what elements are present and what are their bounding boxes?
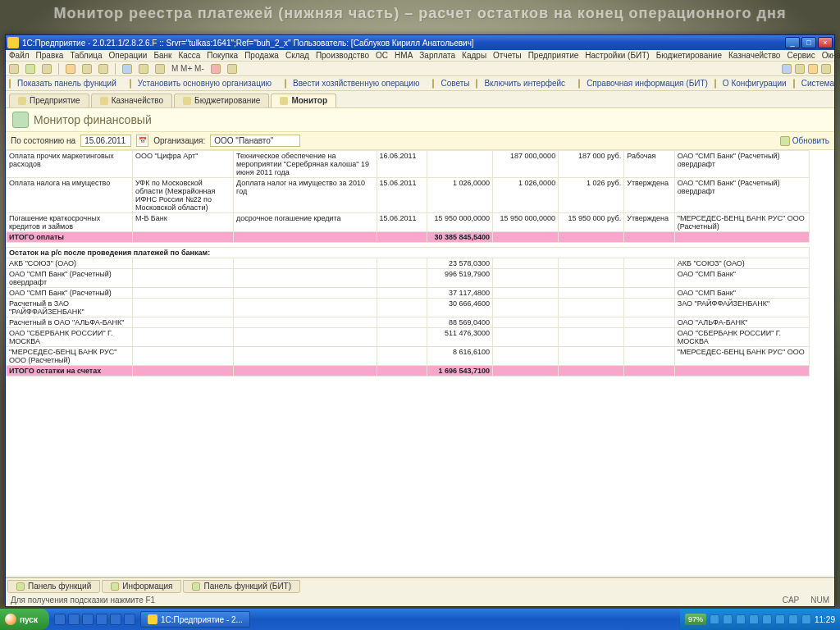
menu-item[interactable]: Производство bbox=[316, 51, 369, 60]
menu-item[interactable]: Зарплата bbox=[419, 51, 455, 60]
aboutcfg-icon[interactable] bbox=[714, 79, 716, 89]
find-icon[interactable] bbox=[122, 64, 132, 74]
menu-item[interactable]: Предприятие bbox=[528, 51, 579, 60]
calendar-button[interactable]: 📅 bbox=[136, 135, 148, 147]
tab-казначейство[interactable]: Казначейство bbox=[91, 94, 172, 107]
enter-op-button[interactable]: Ввести хозяйственную операцию bbox=[293, 79, 419, 88]
table-row[interactable]: ИТОГО остатки на счетах1 696 543,7100 bbox=[7, 366, 810, 377]
tips-icon[interactable] bbox=[432, 79, 434, 89]
menu-item[interactable]: Правка bbox=[36, 51, 64, 60]
paste-icon[interactable] bbox=[98, 64, 108, 74]
right-icon-3[interactable] bbox=[808, 64, 818, 74]
table-row[interactable]: ОАО "СМП Банк" (Расчетный) овердрафт996 … bbox=[7, 269, 810, 288]
grid[interactable]: Оплата прочих маркетинговых расходовООО … bbox=[6, 150, 834, 578]
status-tab[interactable]: Панель функций (БИТ) bbox=[183, 580, 300, 593]
menu-item[interactable]: Сервис bbox=[787, 51, 815, 60]
menu-item[interactable]: Продажа bbox=[244, 51, 279, 60]
menu-item[interactable]: Настройки (БИТ) bbox=[585, 51, 649, 60]
ql-icon[interactable] bbox=[96, 614, 107, 625]
org-icon[interactable] bbox=[130, 79, 131, 89]
ref-info-button[interactable]: Справочная информация (БИТ) bbox=[587, 79, 708, 88]
ql-icon[interactable] bbox=[54, 614, 66, 625]
table-row[interactable]: "МЕРСЕДЕС-БЕНЦ БАНК РУС" ООО (Расчетный)… bbox=[7, 347, 810, 366]
tray-icon[interactable] bbox=[775, 614, 785, 624]
tray-icon[interactable] bbox=[749, 614, 759, 624]
table-row[interactable]: Погашение краткосрочных кредитов и займо… bbox=[7, 213, 810, 232]
tray-icon[interactable] bbox=[736, 614, 746, 624]
right-icon-4[interactable] bbox=[821, 64, 831, 74]
ql-icon[interactable] bbox=[110, 614, 121, 625]
right-icon-2[interactable] bbox=[795, 64, 805, 74]
lic-icon[interactable] bbox=[793, 79, 795, 89]
new-icon[interactable] bbox=[9, 64, 19, 74]
tab-предприятие[interactable]: Предприятие bbox=[9, 94, 89, 107]
tray-icon[interactable] bbox=[788, 614, 798, 624]
show-panel-button[interactable]: Показать панель функций bbox=[17, 79, 116, 88]
cell: ОАО "СМП Банк" (Расчетный) овердрафт bbox=[7, 269, 133, 288]
menu-item[interactable]: Склад bbox=[285, 51, 309, 60]
panel-icon[interactable] bbox=[9, 79, 11, 89]
right-icon-1[interactable] bbox=[782, 64, 792, 74]
tab-монитор[interactable]: Монитор bbox=[271, 94, 336, 107]
menu-item[interactable]: НМА bbox=[395, 51, 413, 60]
refresh-button[interactable]: Обновить bbox=[780, 136, 829, 146]
if-icon[interactable] bbox=[476, 79, 477, 89]
tray-icon[interactable] bbox=[723, 614, 733, 624]
help-icon[interactable] bbox=[211, 64, 221, 74]
tray-icon[interactable] bbox=[801, 614, 811, 624]
table-row[interactable]: ОАО "СМП Банк" (Расчетный)37 117,4800ОАО… bbox=[7, 288, 810, 299]
ql-icon[interactable] bbox=[82, 614, 94, 625]
lic-sys-button[interactable]: Система лицензирования bbox=[801, 79, 834, 88]
status-tab[interactable]: Информация bbox=[102, 580, 181, 593]
ql-icon[interactable] bbox=[68, 614, 80, 625]
enable-if-button[interactable]: Включить интерфейс bbox=[484, 79, 565, 88]
menu-item[interactable]: Отчеты bbox=[493, 51, 522, 60]
table-row[interactable]: АКБ "СОЮЗ" (ОАО)23 578,0300АКБ "СОЮЗ" (О… bbox=[7, 258, 810, 269]
menu-item[interactable]: Банк bbox=[153, 51, 171, 60]
copy-icon[interactable] bbox=[82, 64, 92, 74]
refinfo-icon[interactable] bbox=[578, 79, 580, 89]
menu-item[interactable]: Кадры bbox=[462, 51, 486, 60]
start-button[interactable]: пуск bbox=[0, 609, 49, 630]
enterop-icon[interactable] bbox=[285, 79, 286, 89]
table-row[interactable]: ОАО "СБЕРБАНК РОССИИ" Г. МОСКВА511 476,3… bbox=[7, 328, 810, 347]
menu-item[interactable]: Покупка bbox=[207, 51, 238, 60]
misc-icon[interactable] bbox=[227, 64, 237, 74]
cell bbox=[234, 258, 377, 269]
org-input[interactable]: ООО "Панавто" bbox=[210, 135, 300, 147]
cut-icon[interactable] bbox=[66, 64, 75, 74]
status-tab[interactable]: Панель функций bbox=[7, 580, 100, 593]
tips-button[interactable]: Советы bbox=[441, 79, 469, 88]
maximize-button[interactable]: □ bbox=[801, 37, 816, 48]
calendar-icon[interactable] bbox=[155, 64, 165, 74]
tray-icon[interactable] bbox=[710, 614, 719, 624]
menu-item[interactable]: Окна bbox=[822, 51, 840, 60]
menu-item[interactable]: Таблица bbox=[70, 51, 102, 60]
tray-icon[interactable] bbox=[762, 614, 772, 624]
table-row[interactable]: Расчетный в ОАО "АЛЬФА-БАНК"88 569,0400О… bbox=[7, 317, 810, 328]
table-row[interactable]: ИТОГО оплаты30 385 845,5400 bbox=[7, 232, 810, 243]
toolbar-main: M M+ M- bbox=[6, 62, 834, 76]
table-row[interactable]: Расчетный в ЗАО "РАЙФФАЙЗЕНБАНК"30 666,4… bbox=[7, 299, 810, 317]
cell: Погашение краткосрочных кредитов и займо… bbox=[7, 213, 133, 232]
menu-item[interactable]: Касса bbox=[178, 51, 200, 60]
about-cfg-button[interactable]: О Конфигурации bbox=[723, 79, 787, 88]
save-icon[interactable] bbox=[42, 64, 52, 74]
date-input[interactable]: 15.06.2011 bbox=[80, 135, 131, 147]
menu-item[interactable]: Операции bbox=[109, 51, 148, 60]
minimize-button[interactable]: _ bbox=[785, 37, 800, 48]
taskbar-task[interactable]: 1С:Предприятие - 2... bbox=[140, 611, 250, 628]
tab-бюджетирование[interactable]: Бюджетирование bbox=[174, 94, 269, 107]
menu-item[interactable]: Файл bbox=[9, 51, 30, 60]
table-row[interactable]: Остаток на р/с после проведения платежей… bbox=[7, 248, 810, 258]
menu-item[interactable]: ОС bbox=[376, 51, 388, 60]
set-org-button[interactable]: Установить основную организацию bbox=[138, 79, 272, 88]
table-row[interactable]: Оплата налога на имуществоУФК по Московс… bbox=[7, 178, 810, 213]
calc-icon[interactable] bbox=[139, 64, 148, 74]
menu-item[interactable]: Бюджетирование bbox=[656, 51, 722, 60]
menu-item[interactable]: Казначейство bbox=[728, 51, 780, 60]
open-icon[interactable] bbox=[25, 64, 35, 74]
ql-icon[interactable] bbox=[124, 614, 135, 625]
table-row[interactable]: Оплата прочих маркетинговых расходовООО … bbox=[7, 151, 810, 178]
close-button[interactable]: × bbox=[818, 37, 833, 48]
